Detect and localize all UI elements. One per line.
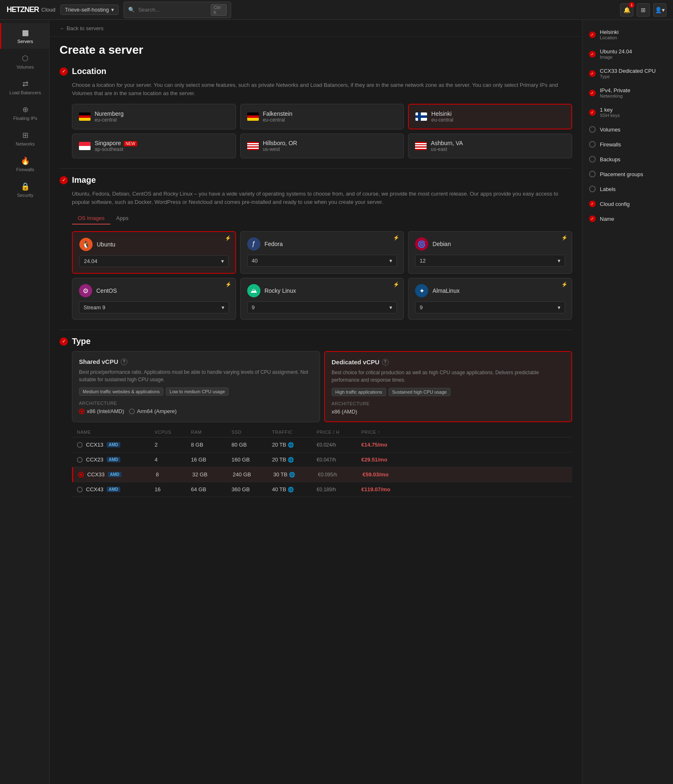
volumes-empty-icon <box>589 126 596 133</box>
col-ram: RAM <box>191 430 228 435</box>
servers-icon: ▦ <box>22 28 29 37</box>
search-bar[interactable]: 🔍 Ctrl K <box>124 2 231 18</box>
right-sidebar-name[interactable]: Name <box>582 211 673 226</box>
almalinux-label: AlmaLinux <box>432 287 459 294</box>
arch-arm64-radio[interactable] <box>129 409 135 414</box>
arch-arm64-option[interactable]: Arm64 (Ampere) <box>129 408 177 414</box>
image-card-almalinux[interactable]: ⚡ ✦ AlmaLinux 9 ▾ <box>408 278 572 320</box>
right-sidebar-cloud-config-content: Cloud config <box>600 201 630 207</box>
shared-vcpu-help-icon[interactable]: ? <box>121 359 127 365</box>
type-card-dedicated[interactable]: Dedicated vCPU ? Best choice for critica… <box>324 351 572 422</box>
server-row-ccx13[interactable]: CCX13 AMD 2 8 GB 80 GB 20 TB 🌐 €0.024/h … <box>72 437 572 452</box>
debian-version-select[interactable]: 12 ▾ <box>415 255 565 267</box>
notification-badge: 1 <box>629 2 635 8</box>
right-sidebar-firewalls[interactable]: Firewalls <box>582 137 673 152</box>
location-info: Falkenstein eu-central <box>263 110 293 123</box>
right-sidebar-location[interactable]: Helsinki Location <box>582 25 673 44</box>
labels-empty-icon <box>589 186 596 192</box>
type-card-shared[interactable]: Shared vCPU ? Best price/performance rat… <box>72 351 320 422</box>
right-sidebar-networking[interactable]: IPv4, Private Networking <box>582 83 673 103</box>
right-sidebar-cloud-config[interactable]: Cloud config <box>582 196 673 211</box>
sidebar-item-security[interactable]: 🔒 Security <box>0 177 49 203</box>
search-input[interactable] <box>138 7 208 13</box>
image-card-rockylinux[interactable]: ⚡ ⛰ Rocky Linux 9 ▾ <box>240 278 404 320</box>
ccx13-price-h: €0.024/h <box>317 442 358 448</box>
image-check-icon: ✓ <box>60 176 68 184</box>
right-sidebar-ssh-content: 1 key SSH keys <box>600 107 620 118</box>
apps-button[interactable]: ⊞ <box>637 3 650 17</box>
fedora-version-select[interactable]: 40 ▾ <box>247 255 397 267</box>
notifications-button[interactable]: 🔔 1 <box>620 3 633 17</box>
traffic-value: 40 TB <box>272 486 286 492</box>
sidebar-item-firewalls[interactable]: 🔥 Firewalls <box>0 151 49 177</box>
debian-version: 12 ▾ <box>415 255 565 267</box>
location-card-helsinki[interactable]: Helsinki eu-central <box>408 104 572 129</box>
image-card-fedora[interactable]: ⚡ ƒ Fedora 40 ▾ <box>240 231 404 274</box>
main-content: ← Back to servers Create a server ✓ Loca… <box>50 20 582 784</box>
back-link[interactable]: ← Back to servers <box>60 25 104 31</box>
rockylinux-version-select[interactable]: 9 ▾ <box>247 301 397 313</box>
sidebar-item-volumes[interactable]: ⬡ Volumes <box>0 49 49 74</box>
centos-version-select[interactable]: Stream 9 ▾ <box>79 301 229 313</box>
arch-x86-radio[interactable] <box>79 409 85 414</box>
image-description: Ubuntu, Fedora, Debian, CentOS and Rocky… <box>60 190 572 206</box>
tab-apps[interactable]: Apps <box>110 213 134 225</box>
arch-x86-option[interactable]: x86 (Intel/AMD) <box>79 408 124 414</box>
load-balancers-icon: ⇄ <box>22 79 29 88</box>
location-sub: eu-central <box>431 117 453 123</box>
image-card-inner: ⚙ CentOS <box>79 284 229 297</box>
dedicated-vcpu-header: Dedicated vCPU ? <box>332 359 565 366</box>
ccx33-ssd: 240 GB <box>233 471 270 478</box>
right-sidebar-labels[interactable]: Labels <box>582 182 673 196</box>
globe-icon: 🌐 <box>288 487 294 492</box>
shared-vcpu-desc: Best price/performance ratio. Applicatio… <box>79 368 313 383</box>
sidebar-item-networks[interactable]: ⊞ Networks <box>0 126 49 151</box>
sidebar-item-load-balancers[interactable]: ⇄ Load Balancers <box>0 74 49 100</box>
almalinux-version-select[interactable]: 9 ▾ <box>415 301 565 313</box>
right-sidebar-ssh-keys[interactable]: 1 key SSH keys <box>582 103 673 122</box>
image-card-inner: 🐧 Ubuntu <box>79 238 229 251</box>
chevron-down-icon: ▾ <box>558 304 561 311</box>
server-row-ccx33[interactable]: CCX33 AMD 8 32 GB 240 GB 30 TB 🌐 €0.095/… <box>72 467 572 482</box>
right-sidebar-type[interactable]: CCX33 Dedicated CPU Type <box>582 64 673 83</box>
sidebar-label-servers: Servers <box>17 39 33 44</box>
image-card-ubuntu[interactable]: ⚡ 🐧 Ubuntu 24.04 ▾ <box>72 231 236 274</box>
right-sidebar-backups[interactable]: Backups <box>582 152 673 167</box>
ccx43-vcpus: 16 <box>155 486 188 492</box>
right-sidebar-volumes[interactable]: Volumes <box>582 122 673 137</box>
tab-os-images[interactable]: OS Images <box>72 213 110 225</box>
fedora-version-value: 40 <box>252 258 258 264</box>
lightning-icon: ⚡ <box>393 282 399 287</box>
location-card-ashburn[interactable]: Ashburn, VA us-east <box>408 134 572 158</box>
right-sidebar-networking-title: IPv4, Private <box>600 87 630 93</box>
sidebar-item-servers[interactable]: ▦ Servers <box>0 23 49 49</box>
user-button[interactable]: 👤 ▾ <box>653 3 666 17</box>
image-card-inner: ƒ Fedora <box>247 237 397 251</box>
location-name: SingaporeNEW <box>95 140 137 146</box>
project-selector[interactable]: Trieve-self-hosting ▾ <box>60 5 119 15</box>
ccx23-price-h: €0.047/h <box>317 457 358 463</box>
location-card-falkenstein[interactable]: Falkenstein eu-central <box>240 104 404 129</box>
sidebar-label-firewalls: Firewalls <box>16 167 34 172</box>
location-card-singapore[interactable]: SingaporeNEW ap-southeast <box>72 134 236 158</box>
ubuntu-version-select[interactable]: 24.04 ▾ <box>79 255 229 267</box>
server-radio-ccx43 <box>77 487 83 492</box>
right-sidebar-image[interactable]: Ubuntu 24.04 Image <box>582 44 673 64</box>
arch-x86-label: x86 (Intel/AMD) <box>87 408 124 414</box>
image-card-inner: ✦ AlmaLinux <box>415 284 565 297</box>
location-card-hillsboro[interactable]: Hillsboro, OR us-west <box>240 134 404 158</box>
right-sidebar-placement[interactable]: Placement groups <box>582 167 673 182</box>
sidebar-item-floating-ips[interactable]: ⊕ Floating IPs <box>0 100 49 126</box>
chevron-down-icon: ▾ <box>222 304 224 311</box>
server-radio-ccx33 <box>78 472 84 478</box>
server-row-ccx43[interactable]: CCX43 AMD 16 64 GB 360 GB 40 TB 🌐 €0.189… <box>72 482 572 497</box>
image-card-debian[interactable]: ⚡ 🌀 Debian 12 ▾ <box>408 231 572 274</box>
location-check-icon: ✓ <box>60 67 68 76</box>
image-card-centos[interactable]: ⚡ ⚙ CentOS Stream 9 ▾ <box>72 278 236 320</box>
location-card-nuremberg[interactable]: Nuremberg eu-central <box>72 104 236 129</box>
server-row-ccx23[interactable]: CCX23 AMD 4 16 GB 160 GB 20 TB 🌐 €0.047/… <box>72 452 572 467</box>
server-name-ccx23: CCX23 AMD <box>77 457 151 463</box>
dedicated-vcpu-help-icon[interactable]: ? <box>382 359 389 366</box>
right-sidebar-labels-content: Labels <box>600 186 616 192</box>
location-section: ✓ Location Choose a location for your se… <box>50 60 582 168</box>
